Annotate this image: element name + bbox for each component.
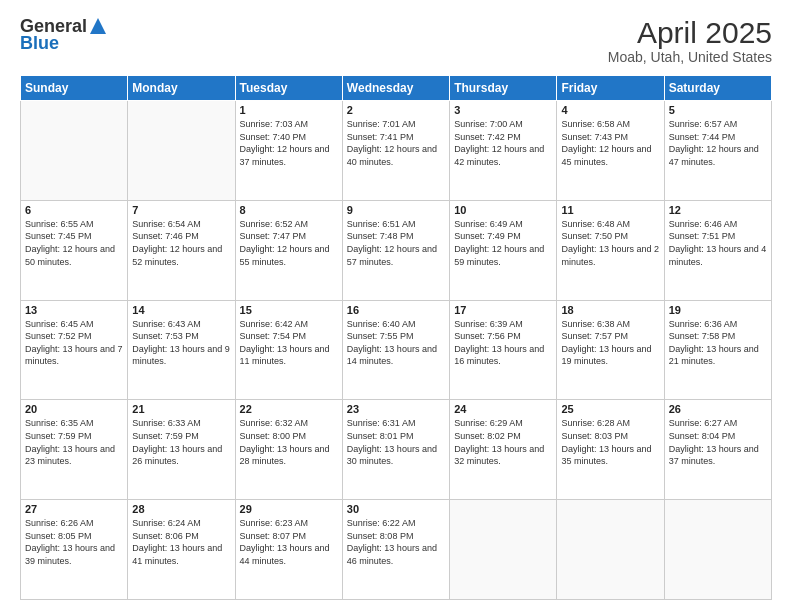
calendar-header-thursday: Thursday	[450, 76, 557, 101]
day-number: 19	[669, 304, 767, 316]
calendar-cell	[557, 500, 664, 600]
day-info: Sunrise: 6:40 AM Sunset: 7:55 PM Dayligh…	[347, 318, 445, 368]
day-info: Sunrise: 7:03 AM Sunset: 7:40 PM Dayligh…	[240, 118, 338, 168]
day-info: Sunrise: 6:55 AM Sunset: 7:45 PM Dayligh…	[25, 218, 123, 268]
day-info: Sunrise: 6:32 AM Sunset: 8:00 PM Dayligh…	[240, 417, 338, 467]
calendar-header-row: SundayMondayTuesdayWednesdayThursdayFrid…	[21, 76, 772, 101]
day-info: Sunrise: 6:36 AM Sunset: 7:58 PM Dayligh…	[669, 318, 767, 368]
day-number: 13	[25, 304, 123, 316]
day-number: 17	[454, 304, 552, 316]
calendar-week-row: 6Sunrise: 6:55 AM Sunset: 7:45 PM Daylig…	[21, 200, 772, 300]
day-info: Sunrise: 6:52 AM Sunset: 7:47 PM Dayligh…	[240, 218, 338, 268]
calendar-cell: 4Sunrise: 6:58 AM Sunset: 7:43 PM Daylig…	[557, 101, 664, 201]
day-number: 8	[240, 204, 338, 216]
calendar-cell: 2Sunrise: 7:01 AM Sunset: 7:41 PM Daylig…	[342, 101, 449, 201]
calendar-cell: 15Sunrise: 6:42 AM Sunset: 7:54 PM Dayli…	[235, 300, 342, 400]
day-number: 4	[561, 104, 659, 116]
day-number: 15	[240, 304, 338, 316]
day-info: Sunrise: 6:48 AM Sunset: 7:50 PM Dayligh…	[561, 218, 659, 268]
calendar-cell: 6Sunrise: 6:55 AM Sunset: 7:45 PM Daylig…	[21, 200, 128, 300]
day-info: Sunrise: 7:01 AM Sunset: 7:41 PM Dayligh…	[347, 118, 445, 168]
day-info: Sunrise: 6:49 AM Sunset: 7:49 PM Dayligh…	[454, 218, 552, 268]
calendar-cell: 27Sunrise: 6:26 AM Sunset: 8:05 PM Dayli…	[21, 500, 128, 600]
calendar-week-row: 27Sunrise: 6:26 AM Sunset: 8:05 PM Dayli…	[21, 500, 772, 600]
calendar-cell: 25Sunrise: 6:28 AM Sunset: 8:03 PM Dayli…	[557, 400, 664, 500]
calendar-cell: 8Sunrise: 6:52 AM Sunset: 7:47 PM Daylig…	[235, 200, 342, 300]
day-info: Sunrise: 6:26 AM Sunset: 8:05 PM Dayligh…	[25, 517, 123, 567]
day-number: 2	[347, 104, 445, 116]
day-info: Sunrise: 6:35 AM Sunset: 7:59 PM Dayligh…	[25, 417, 123, 467]
day-number: 28	[132, 503, 230, 515]
day-info: Sunrise: 6:28 AM Sunset: 8:03 PM Dayligh…	[561, 417, 659, 467]
day-info: Sunrise: 6:29 AM Sunset: 8:02 PM Dayligh…	[454, 417, 552, 467]
calendar-header-monday: Monday	[128, 76, 235, 101]
day-number: 25	[561, 403, 659, 415]
header: General Blue April 2025 Moab, Utah, Unit…	[20, 16, 772, 65]
day-info: Sunrise: 6:23 AM Sunset: 8:07 PM Dayligh…	[240, 517, 338, 567]
day-info: Sunrise: 6:38 AM Sunset: 7:57 PM Dayligh…	[561, 318, 659, 368]
day-info: Sunrise: 6:43 AM Sunset: 7:53 PM Dayligh…	[132, 318, 230, 368]
svg-marker-0	[90, 18, 106, 34]
calendar-cell	[21, 101, 128, 201]
day-info: Sunrise: 6:22 AM Sunset: 8:08 PM Dayligh…	[347, 517, 445, 567]
calendar-cell: 29Sunrise: 6:23 AM Sunset: 8:07 PM Dayli…	[235, 500, 342, 600]
calendar-cell: 22Sunrise: 6:32 AM Sunset: 8:00 PM Dayli…	[235, 400, 342, 500]
day-info: Sunrise: 6:33 AM Sunset: 7:59 PM Dayligh…	[132, 417, 230, 467]
day-number: 30	[347, 503, 445, 515]
calendar-week-row: 1Sunrise: 7:03 AM Sunset: 7:40 PM Daylig…	[21, 101, 772, 201]
page-title: April 2025	[608, 16, 772, 49]
day-number: 7	[132, 204, 230, 216]
calendar-cell: 23Sunrise: 6:31 AM Sunset: 8:01 PM Dayli…	[342, 400, 449, 500]
calendar-cell	[450, 500, 557, 600]
calendar-cell: 12Sunrise: 6:46 AM Sunset: 7:51 PM Dayli…	[664, 200, 771, 300]
calendar-week-row: 13Sunrise: 6:45 AM Sunset: 7:52 PM Dayli…	[21, 300, 772, 400]
day-info: Sunrise: 6:27 AM Sunset: 8:04 PM Dayligh…	[669, 417, 767, 467]
calendar-cell: 20Sunrise: 6:35 AM Sunset: 7:59 PM Dayli…	[21, 400, 128, 500]
calendar-cell: 16Sunrise: 6:40 AM Sunset: 7:55 PM Dayli…	[342, 300, 449, 400]
page: General Blue April 2025 Moab, Utah, Unit…	[0, 0, 792, 612]
calendar-header-wednesday: Wednesday	[342, 76, 449, 101]
day-number: 14	[132, 304, 230, 316]
calendar-cell: 5Sunrise: 6:57 AM Sunset: 7:44 PM Daylig…	[664, 101, 771, 201]
day-info: Sunrise: 6:39 AM Sunset: 7:56 PM Dayligh…	[454, 318, 552, 368]
calendar-cell	[128, 101, 235, 201]
day-number: 18	[561, 304, 659, 316]
day-number: 12	[669, 204, 767, 216]
calendar-cell: 10Sunrise: 6:49 AM Sunset: 7:49 PM Dayli…	[450, 200, 557, 300]
day-number: 20	[25, 403, 123, 415]
day-info: Sunrise: 6:58 AM Sunset: 7:43 PM Dayligh…	[561, 118, 659, 168]
day-info: Sunrise: 7:00 AM Sunset: 7:42 PM Dayligh…	[454, 118, 552, 168]
day-number: 22	[240, 403, 338, 415]
page-subtitle: Moab, Utah, United States	[608, 49, 772, 65]
calendar-cell: 28Sunrise: 6:24 AM Sunset: 8:06 PM Dayli…	[128, 500, 235, 600]
day-info: Sunrise: 6:31 AM Sunset: 8:01 PM Dayligh…	[347, 417, 445, 467]
calendar-header-tuesday: Tuesday	[235, 76, 342, 101]
calendar-cell: 26Sunrise: 6:27 AM Sunset: 8:04 PM Dayli…	[664, 400, 771, 500]
calendar-header-sunday: Sunday	[21, 76, 128, 101]
day-number: 16	[347, 304, 445, 316]
day-info: Sunrise: 6:51 AM Sunset: 7:48 PM Dayligh…	[347, 218, 445, 268]
calendar-cell: 30Sunrise: 6:22 AM Sunset: 8:08 PM Dayli…	[342, 500, 449, 600]
day-number: 1	[240, 104, 338, 116]
calendar-header-friday: Friday	[557, 76, 664, 101]
calendar-table: SundayMondayTuesdayWednesdayThursdayFrid…	[20, 75, 772, 600]
logo-blue-text: Blue	[20, 33, 59, 54]
calendar-cell: 21Sunrise: 6:33 AM Sunset: 7:59 PM Dayli…	[128, 400, 235, 500]
calendar-cell: 24Sunrise: 6:29 AM Sunset: 8:02 PM Dayli…	[450, 400, 557, 500]
calendar-cell: 13Sunrise: 6:45 AM Sunset: 7:52 PM Dayli…	[21, 300, 128, 400]
calendar-cell: 17Sunrise: 6:39 AM Sunset: 7:56 PM Dayli…	[450, 300, 557, 400]
calendar-cell: 9Sunrise: 6:51 AM Sunset: 7:48 PM Daylig…	[342, 200, 449, 300]
day-number: 26	[669, 403, 767, 415]
day-number: 24	[454, 403, 552, 415]
calendar-cell: 18Sunrise: 6:38 AM Sunset: 7:57 PM Dayli…	[557, 300, 664, 400]
day-number: 29	[240, 503, 338, 515]
day-info: Sunrise: 6:54 AM Sunset: 7:46 PM Dayligh…	[132, 218, 230, 268]
calendar-cell: 7Sunrise: 6:54 AM Sunset: 7:46 PM Daylig…	[128, 200, 235, 300]
day-number: 5	[669, 104, 767, 116]
day-info: Sunrise: 6:24 AM Sunset: 8:06 PM Dayligh…	[132, 517, 230, 567]
calendar-cell: 14Sunrise: 6:43 AM Sunset: 7:53 PM Dayli…	[128, 300, 235, 400]
logo-icon	[89, 17, 107, 35]
day-info: Sunrise: 6:45 AM Sunset: 7:52 PM Dayligh…	[25, 318, 123, 368]
calendar-cell	[664, 500, 771, 600]
calendar-cell: 11Sunrise: 6:48 AM Sunset: 7:50 PM Dayli…	[557, 200, 664, 300]
